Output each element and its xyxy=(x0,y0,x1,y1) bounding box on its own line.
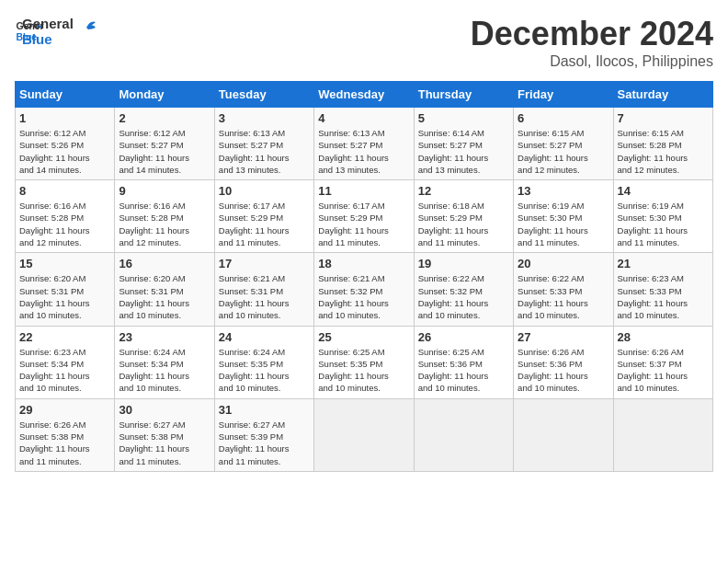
table-row: 11Sunrise: 6:17 AMSunset: 5:29 PMDayligh… xyxy=(314,180,414,253)
day-info: Sunrise: 6:26 AMSunset: 5:38 PMDaylight:… xyxy=(19,419,110,467)
day-number: 21 xyxy=(618,257,709,270)
table-row: 7Sunrise: 6:15 AMSunset: 5:28 PMDaylight… xyxy=(613,108,712,180)
table-row: 26Sunrise: 6:25 AMSunset: 5:36 PMDayligh… xyxy=(414,326,513,398)
calendar-table: Sunday Monday Tuesday Wednesday Thursday… xyxy=(15,81,713,472)
day-number: 10 xyxy=(219,184,310,198)
table-row xyxy=(314,398,414,471)
day-info: Sunrise: 6:22 AMSunset: 5:32 PMDaylight:… xyxy=(418,272,509,321)
day-number: 28 xyxy=(618,330,709,344)
day-info: Sunrise: 6:16 AMSunset: 5:28 PMDaylight:… xyxy=(119,200,210,248)
table-row: 29Sunrise: 6:26 AMSunset: 5:38 PMDayligh… xyxy=(16,398,115,471)
day-number: 14 xyxy=(618,184,709,198)
table-row: 19Sunrise: 6:22 AMSunset: 5:32 PMDayligh… xyxy=(414,253,513,326)
day-number: 17 xyxy=(219,257,310,270)
title-block: December 2024 Dasol, Ilocos, Philippines xyxy=(471,15,713,70)
day-number: 31 xyxy=(219,403,310,417)
day-number: 30 xyxy=(119,403,210,417)
table-row: 12Sunrise: 6:18 AMSunset: 5:29 PMDayligh… xyxy=(414,180,513,253)
day-info: Sunrise: 6:24 AMSunset: 5:35 PMDaylight:… xyxy=(219,346,310,395)
table-row: 16Sunrise: 6:20 AMSunset: 5:31 PMDayligh… xyxy=(115,253,214,326)
table-row: 13Sunrise: 6:19 AMSunset: 5:30 PMDayligh… xyxy=(514,180,613,253)
table-row: 31Sunrise: 6:27 AMSunset: 5:39 PMDayligh… xyxy=(214,398,313,471)
header-wednesday: Wednesday xyxy=(314,82,414,108)
day-info: Sunrise: 6:22 AMSunset: 5:33 PMDaylight:… xyxy=(518,272,609,321)
table-row: 30Sunrise: 6:27 AMSunset: 5:38 PMDayligh… xyxy=(115,398,214,471)
calendar-row: 22Sunrise: 6:23 AMSunset: 5:34 PMDayligh… xyxy=(16,326,713,398)
table-row xyxy=(514,398,613,471)
table-row: 14Sunrise: 6:19 AMSunset: 5:30 PMDayligh… xyxy=(613,180,712,253)
day-info: Sunrise: 6:13 AMSunset: 5:27 PMDaylight:… xyxy=(318,127,409,176)
day-number: 20 xyxy=(518,257,609,270)
day-info: Sunrise: 6:23 AMSunset: 5:34 PMDaylight:… xyxy=(19,346,110,395)
page-header: General Blue General Blue December 2024 … xyxy=(15,15,713,70)
day-number: 8 xyxy=(19,184,110,198)
calendar-row: 15Sunrise: 6:20 AMSunset: 5:31 PMDayligh… xyxy=(16,253,713,326)
day-number: 4 xyxy=(318,111,409,125)
day-info: Sunrise: 6:27 AMSunset: 5:38 PMDaylight:… xyxy=(119,419,210,467)
logo-line1: General xyxy=(22,17,74,32)
day-number: 23 xyxy=(119,330,210,344)
day-info: Sunrise: 6:21 AMSunset: 5:32 PMDaylight:… xyxy=(318,272,409,321)
logo-line2: Blue xyxy=(22,32,74,48)
day-info: Sunrise: 6:26 AMSunset: 5:37 PMDaylight:… xyxy=(618,346,709,395)
calendar-row: 1Sunrise: 6:12 AMSunset: 5:26 PMDaylight… xyxy=(16,108,713,180)
day-info: Sunrise: 6:12 AMSunset: 5:27 PMDaylight:… xyxy=(119,127,210,176)
calendar-row: 29Sunrise: 6:26 AMSunset: 5:38 PMDayligh… xyxy=(16,398,713,471)
location-title: Dasol, Ilocos, Philippines xyxy=(471,53,713,70)
header-monday: Monday xyxy=(115,82,214,108)
day-number: 25 xyxy=(318,330,409,344)
table-row: 21Sunrise: 6:23 AMSunset: 5:33 PMDayligh… xyxy=(613,253,712,326)
day-info: Sunrise: 6:19 AMSunset: 5:30 PMDaylight:… xyxy=(618,200,709,248)
day-info: Sunrise: 6:23 AMSunset: 5:33 PMDaylight:… xyxy=(618,272,709,321)
day-info: Sunrise: 6:16 AMSunset: 5:28 PMDaylight:… xyxy=(19,200,110,248)
table-row: 3Sunrise: 6:13 AMSunset: 5:27 PMDaylight… xyxy=(214,108,313,180)
day-info: Sunrise: 6:24 AMSunset: 5:34 PMDaylight:… xyxy=(119,346,210,395)
table-row: 20Sunrise: 6:22 AMSunset: 5:33 PMDayligh… xyxy=(514,253,613,326)
table-row: 2Sunrise: 6:12 AMSunset: 5:27 PMDaylight… xyxy=(115,108,214,180)
day-number: 5 xyxy=(418,111,509,125)
day-info: Sunrise: 6:25 AMSunset: 5:36 PMDaylight:… xyxy=(418,346,509,395)
table-row: 15Sunrise: 6:20 AMSunset: 5:31 PMDayligh… xyxy=(16,253,115,326)
table-row: 27Sunrise: 6:26 AMSunset: 5:36 PMDayligh… xyxy=(514,326,613,398)
day-info: Sunrise: 6:27 AMSunset: 5:39 PMDaylight:… xyxy=(219,419,310,467)
header-sunday: Sunday xyxy=(16,82,115,108)
table-row xyxy=(613,398,712,471)
day-number: 9 xyxy=(119,184,210,198)
header-friday: Friday xyxy=(514,82,613,108)
calendar-row: 8Sunrise: 6:16 AMSunset: 5:28 PMDaylight… xyxy=(16,180,713,253)
day-number: 13 xyxy=(518,184,609,198)
day-number: 15 xyxy=(19,257,110,270)
day-info: Sunrise: 6:12 AMSunset: 5:26 PMDaylight:… xyxy=(19,127,110,176)
table-row: 8Sunrise: 6:16 AMSunset: 5:28 PMDaylight… xyxy=(16,180,115,253)
day-number: 24 xyxy=(219,330,310,344)
day-number: 16 xyxy=(119,257,210,270)
day-number: 29 xyxy=(19,403,110,417)
day-info: Sunrise: 6:25 AMSunset: 5:35 PMDaylight:… xyxy=(318,346,409,395)
table-row: 23Sunrise: 6:24 AMSunset: 5:34 PMDayligh… xyxy=(115,326,214,398)
day-number: 2 xyxy=(119,111,210,125)
table-row: 24Sunrise: 6:24 AMSunset: 5:35 PMDayligh… xyxy=(214,326,313,398)
day-number: 12 xyxy=(418,184,509,198)
day-info: Sunrise: 6:26 AMSunset: 5:36 PMDaylight:… xyxy=(518,346,609,395)
day-info: Sunrise: 6:20 AMSunset: 5:31 PMDaylight:… xyxy=(119,272,210,321)
day-number: 27 xyxy=(518,330,609,344)
table-row xyxy=(414,398,513,471)
day-number: 18 xyxy=(318,257,409,270)
day-info: Sunrise: 6:21 AMSunset: 5:31 PMDaylight:… xyxy=(219,272,310,321)
table-row: 5Sunrise: 6:14 AMSunset: 5:27 PMDaylight… xyxy=(414,108,513,180)
day-info: Sunrise: 6:14 AMSunset: 5:27 PMDaylight:… xyxy=(418,127,509,176)
day-number: 7 xyxy=(618,111,709,125)
day-info: Sunrise: 6:17 AMSunset: 5:29 PMDaylight:… xyxy=(318,200,409,248)
table-row: 28Sunrise: 6:26 AMSunset: 5:37 PMDayligh… xyxy=(613,326,712,398)
day-info: Sunrise: 6:18 AMSunset: 5:29 PMDaylight:… xyxy=(418,200,509,248)
logo-bird-icon xyxy=(79,18,97,37)
day-number: 19 xyxy=(418,257,509,270)
day-number: 3 xyxy=(219,111,310,125)
table-row: 6Sunrise: 6:15 AMSunset: 5:27 PMDaylight… xyxy=(514,108,613,180)
day-number: 11 xyxy=(318,184,409,198)
table-row: 1Sunrise: 6:12 AMSunset: 5:26 PMDaylight… xyxy=(16,108,115,180)
header-thursday: Thursday xyxy=(414,82,513,108)
table-row: 10Sunrise: 6:17 AMSunset: 5:29 PMDayligh… xyxy=(214,180,313,253)
table-row: 22Sunrise: 6:23 AMSunset: 5:34 PMDayligh… xyxy=(16,326,115,398)
table-row: 18Sunrise: 6:21 AMSunset: 5:32 PMDayligh… xyxy=(314,253,414,326)
